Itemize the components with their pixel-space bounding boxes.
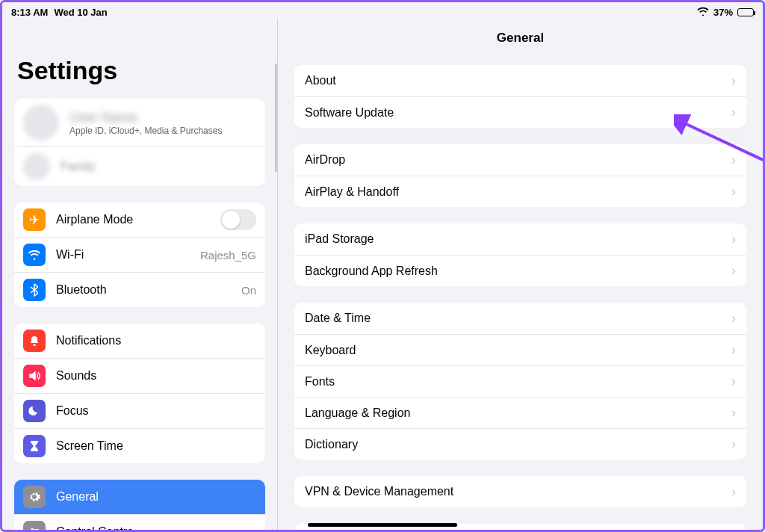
fonts-label: Fonts <box>305 375 335 389</box>
focus-row[interactable]: Focus <box>14 393 265 428</box>
software-update-row[interactable]: Software Update › <box>294 96 746 128</box>
settings-sidebar: Settings User Name Apple ID, iCloud+, Me… <box>2 19 277 530</box>
account-group: User Name Apple ID, iCloud+, Media & Pur… <box>14 99 265 186</box>
battery-pct: 37% <box>713 7 733 18</box>
apple-id-row[interactable]: User Name Apple ID, iCloud+, Media & Pur… <box>14 99 265 146</box>
home-indicator[interactable] <box>308 523 457 527</box>
wifi-label: Wi-Fi <box>56 248 190 262</box>
langregion-label: Language & Region <box>305 406 410 420</box>
about-label: About <box>305 74 336 87</box>
airplane-toggle[interactable] <box>220 209 256 230</box>
wifi-row[interactable]: Wi-Fi Rajesh_5G <box>14 237 265 272</box>
notifications-group: Notifications Sounds Focus Screen Time <box>14 324 265 463</box>
account-name: User Name <box>69 110 256 126</box>
bell-icon <box>23 330 46 352</box>
status-bar: 8:13 AM Wed 10 Jan 37% <box>2 2 763 19</box>
moon-icon <box>23 400 46 422</box>
avatar <box>23 105 59 140</box>
chevron-right-icon: › <box>731 311 736 327</box>
battery-icon <box>737 8 754 16</box>
controlcentre-label: Control Centre <box>56 525 134 530</box>
panel-title: General <box>294 31 746 46</box>
svg-point-0 <box>31 528 34 530</box>
bluetooth-label: Bluetooth <box>56 283 231 297</box>
status-date: Wed 10 Jan <box>54 7 107 18</box>
chevron-right-icon: › <box>731 152 736 168</box>
keyboard-row[interactable]: Keyboard › <box>294 334 746 365</box>
sounds-label: Sounds <box>56 369 96 383</box>
wifi-icon <box>697 7 709 18</box>
airplay-label: AirPlay & Handoff <box>305 185 399 199</box>
chevron-right-icon: › <box>731 342 736 358</box>
datetime-row[interactable]: Date & Time › <box>294 303 746 334</box>
notifications-row[interactable]: Notifications <box>14 324 265 358</box>
controlcentre-row[interactable]: Control Centre <box>14 514 265 530</box>
connectivity-group: ✈︎ Airplane Mode Wi-Fi Rajesh_5G Bluetoo… <box>14 202 265 307</box>
airplane-icon: ✈︎ <box>23 208 46 231</box>
airplane-label: Airplane Mode <box>56 213 210 226</box>
system-group: General Control Centre Display & Brightn… <box>14 480 265 530</box>
bgapp-row[interactable]: Background App Refresh › <box>294 255 746 286</box>
chevron-right-icon: › <box>731 263 736 279</box>
langregion-row[interactable]: Language & Region › <box>294 397 746 428</box>
sounds-row[interactable]: Sounds <box>14 358 265 393</box>
page-title: Settings <box>17 56 265 85</box>
chevron-right-icon: › <box>731 405 736 421</box>
software-update-label: Software Update <box>305 106 394 120</box>
family-avatar <box>23 153 50 180</box>
datetime-label: Date & Time <box>305 312 371 325</box>
general-label: General <box>56 490 99 504</box>
chevron-right-icon: › <box>731 184 736 200</box>
bluetooth-row[interactable]: Bluetooth On <box>14 272 265 307</box>
chevron-right-icon: › <box>731 374 736 389</box>
fonts-row[interactable]: Fonts › <box>294 365 746 397</box>
hourglass-icon <box>23 435 46 457</box>
general-row[interactable]: General <box>14 480 265 514</box>
keyboard-label: Keyboard <box>305 344 356 357</box>
storage-row[interactable]: iPad Storage › <box>294 223 746 255</box>
account-subtitle: Apple ID, iCloud+, Media & Purchases <box>69 126 256 136</box>
screentime-label: Screen Time <box>56 439 123 453</box>
chevron-right-icon: › <box>731 484 736 500</box>
airdrop-label: AirDrop <box>305 153 345 167</box>
notifications-label: Notifications <box>56 334 121 347</box>
vpn-row[interactable]: VPN & Device Management › <box>294 476 746 507</box>
chevron-right-icon: › <box>731 105 736 120</box>
sliders-icon <box>23 521 46 530</box>
airdrop-row[interactable]: AirDrop › <box>294 144 746 176</box>
general-panel: General About › Software Update › AirDro… <box>277 19 763 530</box>
bluetooth-icon <box>23 279 46 301</box>
screentime-row[interactable]: Screen Time <box>14 428 265 463</box>
bgapp-label: Background App Refresh <box>305 265 438 278</box>
bluetooth-value: On <box>241 284 256 297</box>
family-row[interactable]: Family <box>14 146 265 186</box>
chevron-right-icon: › <box>731 436 736 452</box>
family-label: Family <box>61 160 256 173</box>
dictionary-row[interactable]: Dictionary › <box>294 428 746 460</box>
dictionary-label: Dictionary <box>305 438 358 451</box>
airplay-row[interactable]: AirPlay & Handoff › <box>294 176 746 207</box>
speaker-icon <box>23 365 46 387</box>
vpn-label: VPN & Device Management <box>305 485 453 498</box>
airplane-mode-row[interactable]: ✈︎ Airplane Mode <box>14 202 265 237</box>
chevron-right-icon: › <box>731 232 736 247</box>
status-time: 8:13 AM <box>11 7 48 18</box>
storage-label: iPad Storage <box>305 232 374 246</box>
wifi-settings-icon <box>23 244 46 266</box>
gear-icon <box>23 486 46 508</box>
chevron-right-icon: › <box>731 73 736 89</box>
wifi-value: Rajesh_5G <box>200 249 256 262</box>
focus-label: Focus <box>56 404 89 418</box>
about-row[interactable]: About › <box>294 65 746 96</box>
svg-rect-1 <box>34 529 39 530</box>
